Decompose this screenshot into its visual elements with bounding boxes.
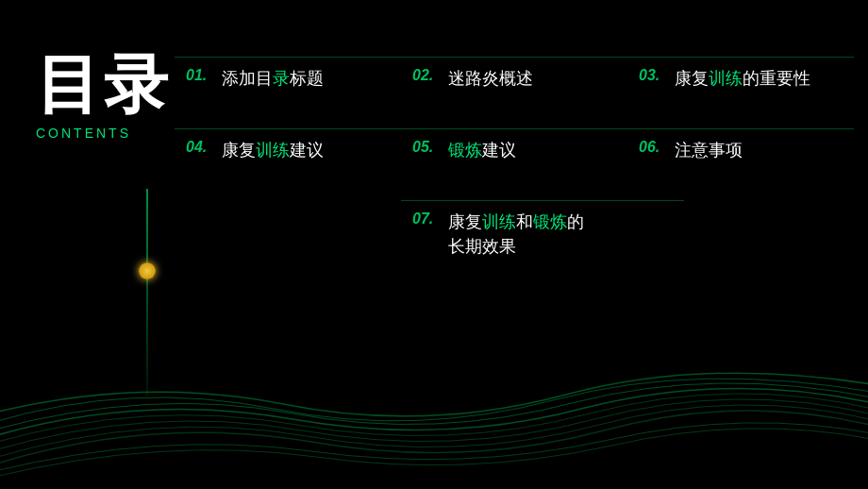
- grid-row-2: 04. 康复训练建议 05. 锻炼建议 06. 注意事项: [175, 128, 854, 172]
- item-number-03: 03.: [639, 67, 667, 84]
- item-number-05: 05.: [412, 139, 441, 156]
- grid-container: 01. 添加目录标题 02. 迷路炎概述 03. 康复训练的重要性 04. 康复…: [175, 57, 854, 296]
- item-label-04: 康复训练建议: [222, 139, 324, 162]
- item-number-04: 04.: [186, 139, 214, 156]
- item-number-07: 07.: [412, 211, 441, 228]
- list-item-07: 07. 康复训练和锻炼的长期效果: [401, 200, 684, 267]
- item-label-06: 注意事项: [675, 139, 743, 162]
- item-label-03: 康复训练的重要性: [675, 67, 810, 91]
- dot-marker: [139, 262, 156, 279]
- grid-row-1: 01. 添加目录标题 02. 迷路炎概述 03. 康复训练的重要性: [175, 57, 854, 100]
- item-number-01: 01.: [186, 67, 214, 84]
- list-item-05: 05. 锻炼建议: [401, 128, 627, 172]
- list-item-02: 02. 迷路炎概述: [401, 57, 627, 100]
- item-number-02: 02.: [412, 67, 441, 84]
- list-item-04: 04. 康复训练建议: [175, 128, 401, 172]
- item-label-02: 迷路炎概述: [448, 67, 533, 91]
- item-label-05: 锻炼建议: [448, 139, 516, 162]
- sub-title: CONTENTS: [36, 126, 172, 141]
- list-item-03: 03. 康复训练的重要性: [627, 57, 854, 100]
- vertical-line: [146, 189, 148, 396]
- list-item-01: 01. 添加目录标题: [175, 57, 401, 100]
- main-title: 目录: [36, 52, 172, 116]
- item-label-01: 添加目录标题: [222, 67, 324, 91]
- item-label-07: 康复训练和锻炼的长期效果: [448, 211, 584, 258]
- title-area: 目录 CONTENTS: [36, 52, 172, 141]
- item-number-06: 06.: [639, 139, 667, 156]
- list-item-06: 06. 注意事项: [627, 128, 854, 172]
- grid-row-3: 07. 康复训练和锻炼的长期效果: [175, 200, 854, 267]
